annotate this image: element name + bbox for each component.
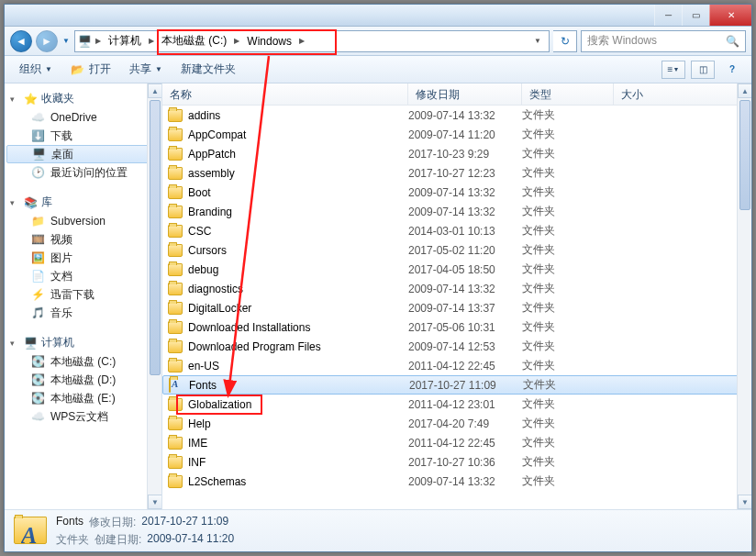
column-name[interactable]: 名称 (162, 83, 408, 105)
details-type: 文件夹 (56, 532, 89, 548)
back-button[interactable]: ◄ (10, 30, 32, 52)
crumb-computer[interactable]: 计算机 (105, 31, 145, 51)
table-row[interactable]: AppCompat2009-07-14 11:20文件夹 (162, 125, 751, 144)
sidebar-item[interactable]: 💽本地磁盘 (E:) (5, 389, 161, 407)
sidebar-group-header[interactable]: ▾📚库 (5, 193, 161, 212)
table-row[interactable]: AppPatch2017-10-23 9:29文件夹 (162, 144, 751, 163)
details-created-value: 2009-07-14 11:20 (147, 532, 234, 548)
share-menu[interactable]: 共享▼ (122, 59, 170, 80)
search-placeholder: 搜索 Windows (587, 33, 657, 49)
scroll-down-button[interactable]: ▼ (738, 495, 751, 509)
search-input[interactable]: 搜索 Windows 🔍 (581, 30, 746, 52)
help-button[interactable]: ? (720, 61, 744, 79)
sidebar-item[interactable]: ⬇️下载 (5, 127, 161, 145)
table-row[interactable]: INF2017-10-27 10:36文件夹 (162, 452, 751, 472)
details-mod-label: 修改日期: (89, 515, 136, 530)
minimize-button[interactable]: ─ (654, 5, 682, 26)
computer-icon: 🖥️ (77, 34, 92, 49)
details-mod-value: 2017-10-27 11:09 (141, 515, 228, 530)
sidebar-item[interactable]: ⚡迅雷下载 (5, 285, 161, 304)
sidebar-item[interactable]: 🖼️图片 (5, 249, 161, 267)
scroll-up-button[interactable]: ▲ (738, 83, 751, 98)
table-row[interactable]: Cursors2017-05-02 11:20文件夹 (162, 240, 751, 260)
open-button[interactable]: 📂打开 (63, 59, 118, 80)
table-row[interactable]: Downloaded Installations2017-05-06 10:31… (162, 317, 751, 337)
sidebar-group-header[interactable]: ▾⭐收藏夹 (5, 89, 161, 108)
titlebar[interactable]: ─ ▭ ✕ (5, 5, 751, 27)
table-row[interactable]: en-US2011-04-12 22:45文件夹 (162, 356, 751, 375)
chevron-right-icon[interactable]: ▶ (92, 37, 105, 45)
table-row[interactable]: addins2009-07-14 13:32文件夹 (162, 106, 751, 125)
table-row[interactable]: Help2017-04-20 7:49文件夹 (162, 414, 751, 433)
table-row[interactable]: Branding2009-07-14 13:32文件夹 (162, 202, 751, 221)
sidebar-item[interactable]: 🕑最近访问的位置 (5, 163, 161, 182)
details-created-label: 创建日期: (94, 532, 141, 548)
table-row[interactable]: IME2011-04-12 22:45文件夹 (162, 433, 751, 452)
sidebar-item[interactable]: 💽本地磁盘 (C:) (5, 352, 161, 371)
crumb-drive-c[interactable]: 本地磁盘 (C:) (158, 31, 230, 51)
column-size[interactable]: 大小 (614, 83, 751, 105)
table-row[interactable]: Downloaded Program Files2009-07-14 12:53… (162, 337, 751, 356)
details-name: Fonts (56, 515, 83, 530)
chevron-right-icon[interactable]: ▶ (295, 37, 308, 45)
sidebar-item[interactable]: 🎵音乐 (5, 304, 161, 322)
crumb-windows[interactable]: Windows (243, 31, 295, 51)
organize-menu[interactable]: 组织▼ (12, 59, 60, 80)
file-list[interactable]: 名称 修改日期 类型 大小 addins2009-07-14 13:32文件夹A… (162, 83, 751, 509)
column-headers[interactable]: 名称 修改日期 类型 大小 (162, 83, 751, 106)
details-pane: A Fonts 修改日期: 2017-10-27 11:09 文件夹 创建日期:… (5, 509, 751, 551)
table-row[interactable]: L2Schemas2009-07-14 13:32文件夹 (162, 472, 751, 491)
toolbar: 组织▼ 📂打开 共享▼ 新建文件夹 ≡ ▼ ◫ ? (5, 56, 751, 83)
table-row[interactable]: DigitalLocker2009-07-14 13:37文件夹 (162, 298, 751, 317)
explorer-window: ─ ▭ ✕ ◄ ► ▼ 🖥️ ▶ 计算机 ▶ 本地磁盘 (C:) ▶ Windo… (4, 4, 752, 552)
view-options-button[interactable]: ≡ ▼ (662, 61, 685, 79)
vertical-scrollbar[interactable]: ▲ ▼ (737, 83, 751, 509)
sidebar-item[interactable]: ☁️OneDrive (5, 108, 161, 127)
sidebar-item[interactable]: ☁️WPS云文档 (5, 407, 161, 426)
table-row[interactable]: debug2017-04-05 18:50文件夹 (162, 260, 751, 279)
rows-container: addins2009-07-14 13:32文件夹AppCompat2009-0… (162, 106, 751, 509)
sidebar-item[interactable]: 🖥️桌面 (6, 145, 160, 163)
path-dropdown[interactable]: ▼ (528, 37, 547, 45)
address-bar-row: ◄ ► ▼ 🖥️ ▶ 计算机 ▶ 本地磁盘 (C:) ▶ Windows ▶ ▼… (5, 27, 751, 56)
search-icon[interactable]: 🔍 (726, 35, 739, 48)
sidebar-item[interactable]: 📁Subversion (5, 212, 161, 230)
refresh-button[interactable]: ↻ (553, 30, 577, 52)
column-type[interactable]: 类型 (522, 83, 614, 105)
sidebar-scrollbar[interactable]: ▲▼ (147, 83, 161, 509)
table-row[interactable]: Globalization2011-04-12 23:01文件夹 (162, 395, 751, 414)
sidebar-item[interactable]: 📄文档 (5, 267, 161, 285)
main-area: ▾⭐收藏夹☁️OneDrive⬇️下载🖥️桌面🕑最近访问的位置▾📚库📁Subve… (5, 83, 751, 509)
sidebar-item[interactable]: 💽本地磁盘 (D:) (5, 371, 161, 389)
fonts-folder-icon: A (14, 517, 47, 546)
sidebar-item[interactable]: 🎞️视频 (5, 230, 161, 249)
preview-pane-button[interactable]: ◫ (691, 61, 715, 79)
history-dropdown[interactable]: ▼ (61, 32, 71, 50)
forward-button[interactable]: ► (36, 30, 58, 52)
new-folder-button[interactable]: 新建文件夹 (173, 59, 243, 80)
table-row[interactable]: CSC2014-03-01 10:13文件夹 (162, 221, 751, 240)
column-date[interactable]: 修改日期 (408, 83, 522, 105)
navigation-pane[interactable]: ▾⭐收藏夹☁️OneDrive⬇️下载🖥️桌面🕑最近访问的位置▾📚库📁Subve… (5, 83, 162, 509)
chevron-right-icon[interactable]: ▶ (145, 37, 158, 45)
scroll-thumb[interactable] (739, 100, 750, 210)
maximize-button[interactable]: ▭ (682, 5, 709, 26)
sidebar-group-header[interactable]: ▾🖥️计算机 (5, 333, 161, 352)
chevron-right-icon[interactable]: ▶ (230, 37, 243, 45)
table-row[interactable]: diagnostics2009-07-14 13:32文件夹 (162, 279, 751, 298)
table-row[interactable]: AFonts2017-10-27 11:09文件夹 (162, 375, 751, 395)
table-row[interactable]: assembly2017-10-27 12:23文件夹 (162, 163, 751, 183)
open-icon: 📂 (71, 62, 85, 77)
table-row[interactable]: Boot2009-07-14 13:32文件夹 (162, 183, 751, 202)
close-button[interactable]: ✕ (709, 5, 751, 26)
breadcrumb[interactable]: 🖥️ ▶ 计算机 ▶ 本地磁盘 (C:) ▶ Windows ▶ ▼ (74, 30, 550, 52)
